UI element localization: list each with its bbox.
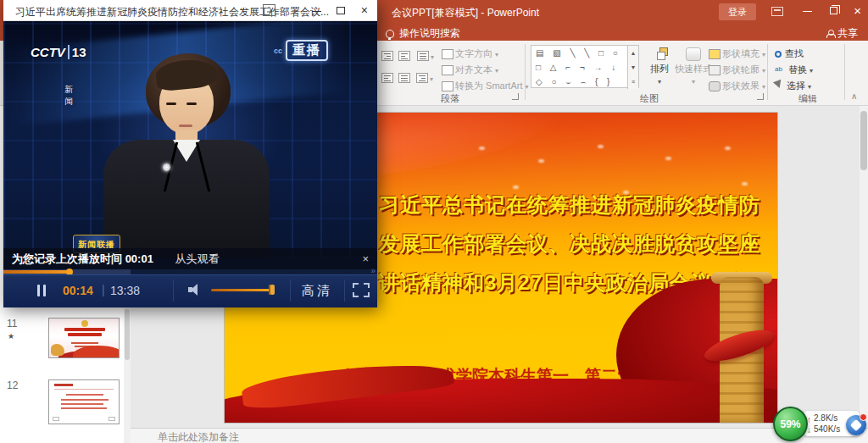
line-spacing-button[interactable]: ▾ xyxy=(417,47,434,63)
pause-button[interactable] xyxy=(37,285,40,296)
played-bar xyxy=(3,270,70,274)
tell-me-label: 操作说明搜索 xyxy=(399,26,460,41)
player-minimize-icon[interactable] xyxy=(312,11,321,12)
toast-message: 为您记录上次播放时间 xyxy=(12,252,122,265)
player-titlebar[interactable]: 习近平出席统筹推进新冠肺炎疫情防控和经济社会发展工作部署会议... × xyxy=(3,0,377,21)
replace-button[interactable]: ab替换 ▾ xyxy=(775,64,813,76)
person-icon xyxy=(826,30,834,37)
slide-11-number: 11 xyxy=(7,318,17,329)
volume-slider[interactable] xyxy=(211,289,270,291)
quick-styles-button[interactable]: 快速样式▾ xyxy=(675,47,712,86)
total-duration: 13:38 xyxy=(110,284,140,297)
arrange-button[interactable]: 排列▾ xyxy=(641,47,678,86)
lightbulb-icon xyxy=(386,30,394,38)
toast-time: 00:01 xyxy=(125,252,153,265)
editing-group-label: 编辑 xyxy=(798,92,817,105)
select-button[interactable]: 选择 ▾ xyxy=(775,80,811,92)
slide-12-number: 12 xyxy=(7,379,18,391)
restore-icon[interactable] xyxy=(830,7,837,14)
powerpoint-title: 会议PPT[兼容模式] - PowerPoint xyxy=(392,6,539,20)
text-direction-button[interactable]: 文字方向 ▾ xyxy=(442,47,498,60)
fullscreen-icon[interactable] xyxy=(353,283,370,297)
video-frame[interactable]: CCTV13 新 闻 重播 新闻联播 xyxy=(3,21,377,258)
slide-title-line: 习近平总书记在统筹推进新冠肺炎疫情防 xyxy=(379,191,777,219)
indent-buttons[interactable] xyxy=(381,47,412,63)
align-text-button[interactable]: 对齐文本 ▾ xyxy=(442,64,498,76)
paragraph-group-label: 段落 xyxy=(441,92,459,105)
app-glyph-icon xyxy=(850,419,862,431)
volume-handle[interactable] xyxy=(269,285,275,295)
login-button[interactable]: 登录 xyxy=(719,3,756,20)
close-icon[interactable]: × xyxy=(854,3,861,18)
magnifier-icon xyxy=(775,51,782,58)
resume-toast: 为您记录上次播放时间 00:01 从头观看 × xyxy=(3,248,377,269)
notes-pane[interactable] xyxy=(131,428,868,443)
paragraph-dialog-launcher[interactable] xyxy=(512,93,519,100)
video-player-window: 习近平出席统筹推进新冠肺炎疫情防控和经济社会发展工作部署会议... × CCTV… xyxy=(3,0,377,307)
toast-close-icon[interactable]: × xyxy=(362,248,369,269)
slide-11-thumbnail[interactable] xyxy=(48,318,120,358)
replay-badge: 重播 xyxy=(286,40,328,61)
shape-effects-button[interactable]: 形状效果 ▾ xyxy=(709,80,765,92)
brooch xyxy=(163,163,170,171)
panel-scrollbar-thumb[interactable] xyxy=(125,309,130,360)
volume-icon[interactable] xyxy=(188,284,202,296)
animation-star-icon: ★ xyxy=(8,332,14,341)
slide-12-thumbnail[interactable] xyxy=(48,379,120,424)
arrange-icon xyxy=(651,47,668,61)
find-button[interactable]: 查找 xyxy=(775,47,804,60)
share-label: 共享 xyxy=(837,26,858,41)
quality-button[interactable]: 高清 xyxy=(302,283,332,299)
player-control-bar: 00:14 | 13:38 高清 xyxy=(3,274,377,307)
pin-on-top-icon[interactable] xyxy=(263,4,275,16)
drawing-dialog-launcher[interactable] xyxy=(757,93,764,100)
screen: 会议PPT[兼容模式] - PowerPoint 登录 × 操作说明搜索 共享 … xyxy=(0,0,868,443)
player-close-icon[interactable]: × xyxy=(361,3,368,17)
replace-icon: ab xyxy=(775,65,785,75)
notes-placeholder[interactable]: 单击此处添加备注 xyxy=(158,430,239,443)
memory-accelerator-ball[interactable]: 59% xyxy=(773,407,808,441)
player-window-title: 习近平出席统筹推进新冠肺炎疫情防控和经济社会发展工作部署会议... xyxy=(15,5,329,19)
quick-styles-icon xyxy=(686,47,701,61)
convert-smartart-button[interactable]: 转换为 SmartArt ▾ xyxy=(442,80,529,92)
align-buttons[interactable]: ▾ xyxy=(381,69,433,85)
player-maximize-icon[interactable] xyxy=(337,7,345,14)
party-emblem-icon xyxy=(81,320,88,327)
share-button[interactable]: 共享 xyxy=(826,26,858,41)
cursor-icon xyxy=(773,80,785,94)
security-app-icon[interactable] xyxy=(846,415,866,435)
shapes-gallery[interactable]: ▤ ▧ ╲ ╲ □ ○ □ △ ⌐ ¬ → ↓ ◇ ○ ⌣ ⌢ { } ▲ ▼ … xyxy=(531,45,639,88)
shapes-row[interactable]: ◇ ○ ⌣ ⌢ { } xyxy=(531,75,638,89)
shapes-row[interactable]: □ △ ⌐ ¬ → ↓ xyxy=(531,60,638,75)
slide-title-line: 发展工作部署会议、决战决胜脱贫攻坚座 xyxy=(379,230,777,257)
lion-decoration xyxy=(51,344,64,356)
pause-button[interactable] xyxy=(43,285,46,296)
shape-outline-button[interactable]: 形状轮廓 ▾ xyxy=(709,64,765,76)
current-time: 00:14 xyxy=(63,284,93,297)
tell-me-search[interactable]: 操作说明搜索 xyxy=(386,26,460,41)
slide-area-scrollbar-thumb[interactable] xyxy=(860,111,867,170)
notification-badge xyxy=(860,413,867,421)
shapes-gallery-scroll[interactable]: ▲ ▼ ≡ xyxy=(627,46,638,89)
drawing-group-label: 绘图 xyxy=(640,92,659,105)
play-from-start-link[interactable]: 从头观看 xyxy=(175,252,220,265)
shape-fill-button[interactable]: 形状填充 ▾ xyxy=(709,47,765,60)
minimize-icon[interactable] xyxy=(803,11,812,12)
cctv-13-logo: CCTV13 新 闻 xyxy=(31,45,86,59)
ribbon-display-options-icon[interactable] xyxy=(771,7,783,16)
shapes-row[interactable]: ▤ ▧ ╲ ╲ □ ○ xyxy=(531,46,638,60)
collapse-ribbon-icon[interactable]: ∧ xyxy=(851,91,857,101)
